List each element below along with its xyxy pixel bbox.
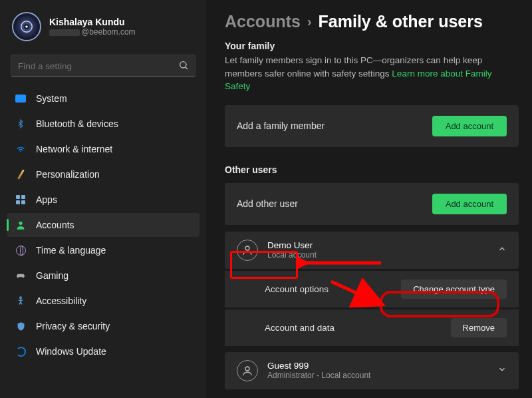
shield-icon — [15, 320, 27, 332]
svg-point-8 — [245, 367, 249, 371]
profile-email: @beebom.com — [49, 27, 136, 37]
other-users-title: Other users — [225, 164, 519, 175]
sidebar-item-label: Bluetooth & devices — [36, 118, 118, 129]
sidebar-item-label: Privacy & security — [36, 321, 110, 331]
family-desc: Let family members sign in to this PC—or… — [225, 54, 519, 93]
nav-list: SystemBluetooth & devicesNetwork & inter… — [7, 87, 200, 363]
user-sub: Local account — [267, 250, 317, 260]
sidebar-item-accounts[interactable]: Accounts — [7, 213, 200, 237]
chevron-up-icon — [497, 244, 507, 256]
bluetooth-icon — [15, 118, 27, 130]
globe-icon — [15, 244, 27, 256]
add-other-button[interactable]: Add account — [432, 194, 507, 214]
avatar — [12, 12, 41, 41]
add-family-button[interactable]: Add account — [432, 116, 507, 136]
chevron-right-icon: › — [307, 14, 312, 29]
sidebar-item-system[interactable]: System — [7, 87, 200, 110]
system-icon — [15, 93, 27, 104]
access-icon — [15, 295, 27, 307]
family-title: Your family — [225, 41, 519, 51]
sidebar-item-label: Apps — [36, 194, 57, 205]
account-options-row: Account options Change account type — [225, 271, 519, 307]
sidebar-item-label: Accounts — [36, 220, 74, 230]
sidebar-item-label: Personalization — [36, 169, 100, 180]
svg-line-4 — [186, 67, 188, 69]
wifi-icon — [15, 143, 27, 155]
svg-point-7 — [245, 246, 249, 250]
profile-name: Kishalaya Kundu — [49, 17, 136, 27]
sidebar-item-accessibility[interactable]: Accessibility — [7, 289, 200, 313]
account-data-label: Account and data — [265, 323, 334, 333]
sidebar-item-apps[interactable]: Apps — [7, 188, 200, 212]
game-icon — [15, 270, 27, 282]
update-icon — [15, 345, 27, 357]
sidebar-item-windows-update[interactable]: Windows Update — [7, 339, 200, 363]
account-data-row: Account and data Remove — [225, 309, 519, 346]
svg-point-3 — [180, 62, 186, 68]
sidebar-item-label: Accessibility — [36, 296, 86, 306]
change-account-type-button[interactable]: Change account type — [401, 280, 507, 299]
person-icon — [15, 219, 27, 231]
user-row-guest[interactable]: Guest 999 Administrator - Local account — [225, 352, 519, 389]
remove-button[interactable]: Remove — [451, 318, 507, 337]
user-name: Guest 999 — [267, 361, 370, 371]
person-icon — [237, 240, 258, 261]
breadcrumb: Accounts › Family & other users — [225, 12, 519, 31]
user-sub: Administrator - Local account — [267, 371, 370, 380]
sidebar-item-label: Gaming — [36, 270, 68, 281]
pen-icon — [15, 168, 27, 180]
search-container — [11, 55, 196, 77]
svg-point-6 — [20, 297, 22, 299]
sidebar-item-privacy-security[interactable]: Privacy & security — [7, 314, 200, 338]
search-input[interactable] — [11, 55, 196, 77]
user-name: Demo User — [267, 240, 317, 250]
sidebar-item-label: Network & internet — [36, 144, 112, 154]
sidebar-item-network-internet[interactable]: Network & internet — [7, 137, 200, 161]
sidebar-item-gaming[interactable]: Gaming — [7, 264, 200, 288]
sidebar-item-time-language[interactable]: Time & language — [7, 238, 200, 262]
add-family-label: Add a family member — [237, 120, 325, 131]
breadcrumb-parent[interactable]: Accounts — [225, 12, 301, 31]
search-icon — [178, 60, 189, 73]
svg-point-5 — [19, 222, 22, 225]
account-options-label: Account options — [265, 284, 329, 294]
apps-icon — [15, 194, 27, 206]
sidebar-item-bluetooth-devices[interactable]: Bluetooth & devices — [7, 112, 200, 136]
chevron-down-icon — [497, 365, 507, 377]
sidebar-item-label: Time & language — [36, 245, 106, 256]
add-family-card: Add a family member Add account — [225, 105, 519, 147]
add-other-card: Add other user Add account — [225, 183, 519, 225]
sidebar-item-label: Windows Update — [36, 346, 106, 357]
breadcrumb-current: Family & other users — [319, 12, 483, 31]
sidebar-item-personalization[interactable]: Personalization — [7, 162, 200, 186]
sidebar-item-label: System — [36, 93, 67, 104]
main-panel: Accounts › Family & other users Your fam… — [206, 0, 532, 398]
person-icon — [237, 360, 258, 381]
profile-header[interactable]: Kishalaya Kundu @beebom.com — [7, 9, 200, 52]
svg-point-2 — [25, 25, 28, 28]
user-row-demo[interactable]: Demo User Local account — [225, 232, 519, 269]
add-other-label: Add other user — [237, 198, 298, 209]
